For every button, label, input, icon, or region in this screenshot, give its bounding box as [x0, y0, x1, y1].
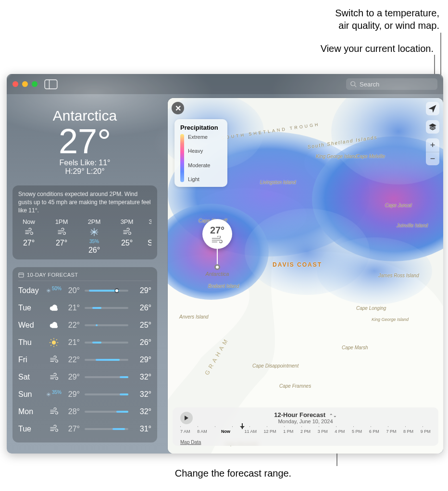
toggle-sidebar-button[interactable] — [44, 79, 58, 89]
close-map-button[interactable]: ✕ — [172, 102, 184, 114]
timeline-range-selector[interactable]: 12-Hour Forecast ⌃⌄ — [199, 411, 411, 418]
forecast-row[interactable]: Wed 22° 25° — [18, 317, 151, 334]
pin-bubble: 27° — [202, 219, 232, 249]
timeline-tick: 11 AM — [244, 429, 257, 434]
locate-button[interactable] — [426, 102, 439, 115]
hourly-item[interactable]: Now 27° — [18, 218, 39, 255]
timeline-title: 12-Hour Forecast — [274, 411, 325, 418]
map-panel[interactable]: SOUTH SHETLAND TROUGHSouth Shetland Isla… — [168, 98, 443, 454]
callout-text: Switch to a temperature, air quality, or… — [335, 8, 439, 31]
zoom-control: + − — [426, 138, 439, 165]
legend-level: Light — [188, 176, 210, 182]
low-temp: 20° — [62, 286, 80, 295]
precip-chance: 35% — [89, 239, 99, 244]
high-temp: 32° — [133, 407, 151, 416]
hourly-scroll[interactable]: Now 27°1PM 27°2PM 35% 26°3PM 25°3:04PM S… — [18, 218, 151, 255]
play-button[interactable] — [180, 412, 193, 424]
hour-label: 3PM — [121, 218, 134, 225]
map-place-label: King George Island — [372, 317, 409, 322]
map-place-label: King George Island — [316, 154, 357, 159]
titlebar: Search — [7, 74, 443, 94]
map-place-label: Cape Juncal — [385, 203, 412, 208]
map-place-label: James Ross Island — [378, 273, 419, 278]
close-icon: ✕ — [175, 104, 181, 113]
pin-dot — [214, 264, 220, 270]
hourly-item[interactable]: 3:04PM Sunset — [149, 218, 151, 255]
timeline-tick: 7 AM — [180, 429, 190, 434]
temp-range-bar — [85, 324, 128, 326]
ten-day-card[interactable]: 10-DAY FORECAST Today 50% 20° 29°Tue 21°… — [12, 267, 157, 442]
hour-label: Now — [23, 218, 35, 225]
forecast-row[interactable]: Mon 28° 32° — [18, 403, 151, 420]
high-temp: 29° — [133, 356, 151, 364]
forecast-row[interactable]: Sat 29° 32° — [18, 368, 151, 386]
timeline-tick: 4 PM — [335, 429, 345, 434]
map-place-label: Cape Marsh — [342, 345, 368, 350]
high-temp: 29° — [133, 286, 151, 295]
wind-icon — [46, 424, 62, 434]
map-place-label: Cape Melville — [356, 154, 385, 159]
forecast-row[interactable]: Tue 21° 26° — [18, 299, 151, 317]
pin-stem — [217, 249, 218, 265]
legend-title: Precipitation — [180, 124, 222, 131]
map-layers-button[interactable] — [426, 120, 439, 134]
hourly-card[interactable]: Snowy conditions expected around 2PM. Wi… — [12, 185, 157, 259]
search-input[interactable]: Search — [346, 78, 437, 90]
window-controls — [12, 81, 37, 87]
map-pin-current[interactable]: 27° Antarctica — [202, 219, 232, 277]
low-temp: 21° — [62, 304, 80, 312]
hourly-item[interactable]: 2PM 35% 26° — [84, 218, 105, 255]
day-label: Mon — [18, 407, 46, 416]
forecast-row[interactable]: Sun 35% 29° 32° — [18, 386, 151, 403]
hourly-item[interactable]: 3PM 25° — [116, 218, 137, 255]
map-place-label: Livingston Island — [260, 180, 296, 185]
hour-label: 1PM — [55, 218, 68, 225]
hour-value: 25° — [121, 239, 133, 247]
wind-icon — [46, 372, 62, 382]
map-data-link[interactable]: Map Data — [180, 440, 201, 445]
callout-maps-switch: Switch to a temperature, air quality, or… — [335, 7, 439, 32]
forecast-row[interactable]: Fri 22° 29° — [18, 351, 151, 368]
close-icon[interactable] — [12, 81, 18, 87]
map-place-label: Joinville Island — [397, 223, 428, 228]
zoom-in-button[interactable]: + — [426, 138, 439, 152]
wind-icon — [57, 227, 66, 237]
chevron-updown-icon: ⌃⌄ — [329, 413, 337, 418]
high-temp: 32° — [133, 373, 151, 381]
fullscreen-icon[interactable] — [32, 81, 37, 87]
wind-icon — [46, 407, 62, 417]
svg-line-14 — [56, 345, 57, 346]
feels-like: Feels Like: 11° — [12, 159, 157, 167]
timeline-track[interactable]: 7 AM8 AMNow11 AM12 PM1 PM2 PM3 PM4 PM5 P… — [180, 426, 431, 438]
high-temp: 26° — [133, 338, 151, 347]
map-timeline[interactable]: 12-Hour Forecast ⌃⌄ Monday, June 10, 202… — [173, 407, 438, 446]
low-temp: 27° — [62, 425, 80, 433]
high-temp: 25° — [133, 321, 151, 330]
temp-range-bar — [85, 359, 128, 361]
forecast-row[interactable]: Thu 21° 26° — [18, 334, 151, 351]
calendar-icon — [18, 272, 24, 278]
search-icon — [350, 81, 357, 87]
forecast-row[interactable]: Tue 27° 31° — [18, 420, 151, 438]
left-panel: Antarctica 27° Feels Like: 11° H:29° L:2… — [7, 94, 163, 454]
svg-point-2 — [351, 82, 355, 86]
day-label: Thu — [18, 338, 46, 347]
current-location-block: Antarctica 27° Feels Like: 11° H:29° L:2… — [12, 108, 157, 176]
wind-icon — [46, 355, 62, 365]
snow-icon: 35% — [46, 390, 62, 399]
timeline-playhead[interactable] — [242, 423, 243, 429]
timeline-tick: 5 PM — [352, 429, 362, 434]
snow-icon — [89, 227, 99, 237]
forecast-row[interactable]: Today 50% 20° 29° — [18, 282, 151, 299]
wind-icon — [211, 236, 224, 244]
minimize-icon[interactable] — [22, 81, 28, 87]
day-label: Today — [18, 286, 46, 295]
timeline-tick: 12 PM — [264, 429, 276, 434]
hourly-item[interactable]: 1PM 27° — [51, 218, 72, 255]
zoom-out-button[interactable]: − — [426, 152, 439, 165]
svg-point-24 — [317, 237, 432, 305]
map-legend: Precipitation ExtremeHeavyModerateLight — [174, 119, 227, 187]
pin-label: Antarctica — [206, 271, 229, 277]
day-label: Sun — [18, 390, 46, 399]
low-temp: 21° — [62, 338, 80, 347]
